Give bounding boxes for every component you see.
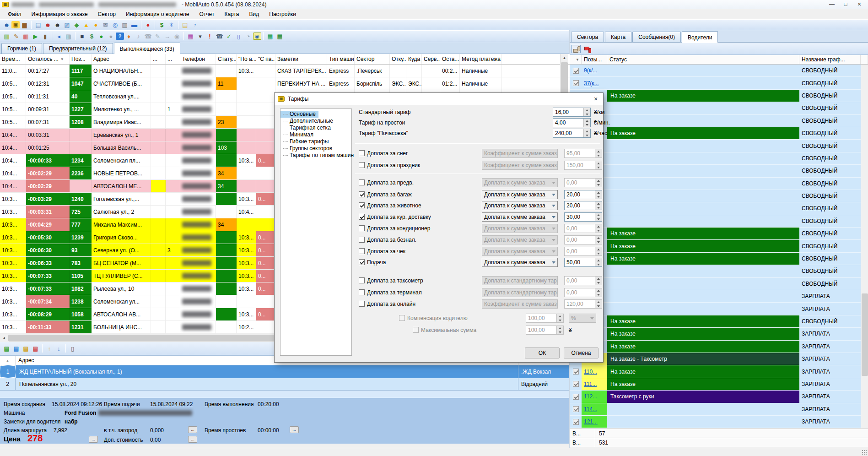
col-header-from[interactable]: Отку...: [390, 54, 406, 64]
tariff-spinner[interactable]: [583, 108, 590, 116]
db-run-icon[interactable]: ▶: [31, 32, 40, 41]
tree-item--[interactable]: Дополнительные: [280, 118, 351, 125]
address-remove-icon[interactable]: ▤: [31, 344, 40, 353]
driver-row[interactable]: СВОБОДНЫЙ: [570, 140, 868, 152]
menu-вид[interactable]: Вид: [244, 10, 264, 18]
menu-файл[interactable]: Файл: [3, 10, 27, 18]
surcharge-mode-dropdown[interactable]: Доплата к сумме заказа: [482, 258, 558, 267]
resize-grip[interactable]: [862, 450, 867, 455]
tab--[interactable]: Водители: [682, 31, 718, 43]
arrow-circle-gray-icon[interactable]: ◉: [172, 32, 182, 41]
surcharge-checkbox[interactable]: [359, 289, 365, 295]
delete-address-icon[interactable]: ▯: [68, 344, 77, 353]
surcharge-spinner[interactable]: [595, 190, 602, 199]
surcharge-mode-dropdown[interactable]: Доплата к сумме заказа: [482, 247, 558, 256]
surcharge-input[interactable]: 95,00: [564, 149, 602, 158]
surcharge-checkbox[interactable]: [359, 179, 365, 185]
surcharge-input[interactable]: 0,00: [564, 235, 602, 244]
handset-gray-icon[interactable]: ☎: [143, 32, 153, 41]
caret-down-icon[interactable]: ▾: [195, 32, 205, 41]
surcharge-input[interactable]: 0,00: [564, 276, 602, 285]
surcharge-mode-dropdown[interactable]: Доплата к сумме заказа: [482, 235, 558, 244]
driver-row[interactable]: СВОБОДНЫЙ: [570, 152, 868, 165]
route-address-row[interactable]: 1ЖД ЦЕНТРАЛЬНЫЙ (Вокзальная пл., 1).ЖД В…: [0, 365, 569, 378]
surcharge-checkbox[interactable]: [359, 277, 365, 283]
address-insert-icon[interactable]: ▤: [11, 344, 21, 353]
spin-up-icon[interactable]: [595, 201, 602, 206]
spin-up-icon[interactable]: [595, 247, 602, 251]
driver-row[interactable]: СВОБОДНЫЙ: [570, 165, 868, 177]
surcharge-mode-dropdown[interactable]: Коэффициент к сумме заказа: [482, 299, 558, 309]
driver-row[interactable]: СВОБОДНЫЙ: [570, 265, 868, 277]
driver-row[interactable]: На заказеСВОБОДНЫЙ: [570, 253, 868, 265]
tariff-spinner[interactable]: [583, 129, 590, 137]
compensation-checkbox[interactable]: [399, 315, 405, 321]
driver-checkbox[interactable]: [573, 381, 579, 387]
db-delete-icon[interactable]: ▥: [21, 32, 31, 41]
spin-down-icon[interactable]: [595, 304, 602, 308]
menu-отчет[interactable]: Отчет: [194, 10, 220, 18]
grid-green-1-icon[interactable]: ▦: [265, 32, 275, 41]
spin-down-icon[interactable]: [595, 228, 602, 233]
check-green-icon[interactable]: ✓: [224, 32, 234, 41]
move-down-icon[interactable]: ↓: [54, 344, 64, 353]
spin-up-icon[interactable]: [584, 108, 590, 112]
mail-icon[interactable]: ✉: [101, 20, 110, 29]
tools-icon[interactable]: ✳: [167, 20, 176, 29]
driver-checkbox[interactable]: [573, 394, 579, 400]
driver-row[interactable]: 110...На заказеЗАРПЛАТА: [570, 365, 868, 378]
tab--0-[interactable]: Сообщения(0): [632, 32, 681, 42]
wallet-icon[interactable]: ▬: [129, 20, 139, 29]
surcharge-spinner[interactable]: [595, 300, 602, 308]
spin-down-icon[interactable]: [595, 281, 602, 285]
surcharge-spinner[interactable]: [595, 236, 602, 244]
pencil-gray-icon[interactable]: ✎: [153, 32, 162, 41]
driver-callsign-link[interactable]: 110...: [584, 369, 597, 375]
spin-down-icon[interactable]: [584, 123, 590, 127]
surcharge-input[interactable]: 0,00: [564, 288, 602, 297]
tab--33-[interactable]: Выполняющиеся (33): [114, 43, 180, 54]
driver-checkbox[interactable]: [573, 369, 579, 375]
pie-chart-icon[interactable]: ◔: [190, 20, 199, 29]
fax-check-icon[interactable]: ☎: [215, 32, 224, 41]
max-sum-checkbox[interactable]: [413, 327, 419, 333]
spin-down-icon[interactable]: [595, 195, 602, 199]
driver-icon[interactable]: ☻: [2, 20, 11, 29]
surcharge-checkbox[interactable]: [359, 301, 365, 307]
surcharge-checkbox[interactable]: [359, 214, 365, 220]
col-header-payment[interactable]: Метод платежа: [460, 54, 502, 64]
extra-more-button[interactable]: ...: [188, 436, 197, 443]
surcharge-mode-dropdown[interactable]: Доплата к сумме заказа: [482, 190, 558, 199]
col-header-driver-status[interactable]: Статус: [607, 55, 799, 64]
surcharge-spinner[interactable]: [595, 179, 602, 187]
menu-сектор[interactable]: Сектор: [93, 10, 121, 18]
map-image-icon[interactable]: ▨: [62, 20, 72, 29]
surcharge-input[interactable]: 20,00: [564, 190, 602, 199]
driver-row[interactable]: 111...На заказеЗАРПЛАТА: [570, 378, 868, 391]
surcharge-checkbox[interactable]: [359, 248, 365, 254]
cancel-button[interactable]: Отмена: [564, 347, 598, 358]
surcharge-spinner[interactable]: [595, 258, 602, 266]
driver-row[interactable]: На заказеЗАРПЛАТА: [570, 341, 868, 353]
spin-down-icon[interactable]: [584, 112, 590, 116]
maximize-button[interactable]: □: [839, 0, 852, 9]
move-up-icon[interactable]: ↑: [44, 344, 54, 353]
taxi-icon[interactable]: ▣: [11, 21, 20, 28]
driver-row[interactable]: СВОБОДНЫЙ: [570, 178, 868, 190]
driver-row[interactable]: 121...ЗАРПЛАТА: [570, 416, 868, 428]
spin-up-icon[interactable]: [595, 300, 602, 304]
driver-row[interactable]: СВОБОДНЫЙ: [570, 102, 868, 114]
col-header-by-address[interactable]: "По а...: [237, 54, 256, 64]
col-header-sector[interactable]: Сектор: [355, 54, 390, 64]
spin-down-icon[interactable]: [595, 165, 602, 169]
surcharge-mode-dropdown[interactable]: Доплата к стандартному тари: [482, 276, 558, 285]
order-row[interactable]: 11:0...00:17:271117О НАЦИОНАЛЬН...10:3..…: [0, 65, 570, 77]
tree-item--[interactable]: Минимал: [280, 131, 351, 138]
surcharge-checkbox[interactable]: [359, 162, 365, 168]
driver-row[interactable]: СВОБОДНЫЙ: [570, 202, 868, 215]
spin-up-icon[interactable]: [595, 224, 602, 228]
dollar-icon[interactable]: $: [157, 20, 167, 29]
order-row[interactable]: 10:5...00:12:311047СЧАСТЛИВОЕ (Б...11ПЕР…: [0, 77, 570, 90]
db-import-icon[interactable]: ◂: [54, 32, 64, 41]
spin-up-icon[interactable]: [595, 179, 602, 183]
